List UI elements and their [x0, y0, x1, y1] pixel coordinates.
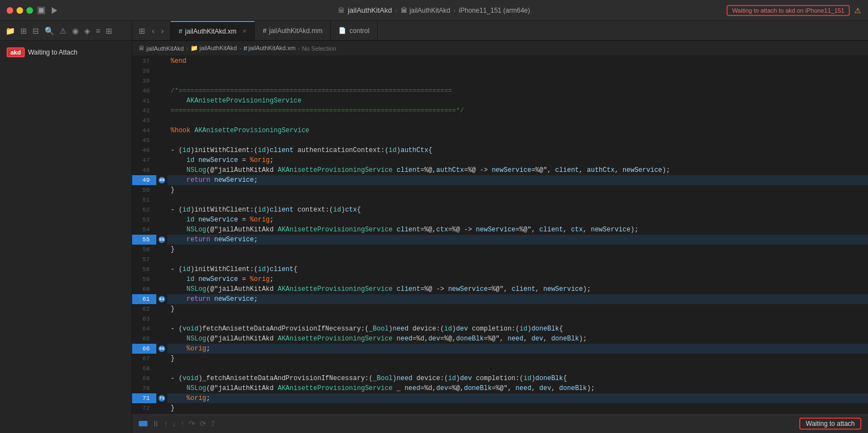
line-content: %orig;	[167, 344, 868, 354]
bc-group[interactable]: 📁 jailAuthKitAkd	[190, 45, 237, 52]
code-line: 58- (id)initWithClient:(id)client{	[132, 264, 868, 274]
breadcrumb-sep: ›	[395, 7, 397, 14]
line-content: - (void)_fetchAnisetteDataAndProvisionIf…	[167, 374, 868, 383]
line-number: 41	[132, 96, 156, 106]
pause-icon[interactable]: ⏸	[152, 419, 160, 428]
simulate-icon[interactable]: ⤴	[211, 419, 215, 428]
step-out-icon[interactable]: ↑	[181, 419, 184, 428]
line-number: 39	[132, 76, 156, 86]
stop-button[interactable]	[37, 7, 45, 14]
line-content: - (void)fetchAnisetteDataAndProvisionIfN…	[167, 324, 868, 334]
bc-sep3: ›	[298, 45, 300, 52]
debug-icon2[interactable]: ⟳	[200, 419, 206, 428]
code-line: 57	[132, 255, 868, 264]
warning-icon: ⚠	[854, 6, 861, 15]
tab-xm[interactable]: 𝙩𝙩 jailAuthKitAkd.xm ✕	[171, 21, 254, 40]
line-content: id newService = %orig;	[167, 155, 868, 165]
line-number: 58	[132, 264, 156, 274]
line-number: 44	[132, 126, 156, 136]
line-content: NSLog(@"jailAuthKitAkd AKAnisetteProvisi…	[167, 334, 868, 344]
line-number: 60	[132, 284, 156, 294]
code-line: 42======================================…	[132, 106, 868, 116]
continue-icon[interactable]: ↷	[189, 419, 195, 428]
line-content: ========================================…	[167, 106, 868, 116]
code-line: 63	[132, 314, 868, 324]
project-title: jailAuthKitAkd	[348, 6, 392, 14]
akd-item[interactable]: akd Waiting to Attach	[0, 45, 132, 59]
tab-bar-nav: ⊞ ‹ ›	[132, 21, 171, 40]
tab-bar: ⊞ ‹ › 𝙩𝙩 jailAuthKitAkd.xm ✕ 𝙩𝙩 jailAuth…	[132, 21, 868, 41]
title-bar-left	[7, 6, 59, 15]
code-line: 70 NSLog(@"jailAuthKitAkd AKAnisetteProv…	[132, 383, 868, 393]
scheme-icon: 🏛	[401, 7, 407, 14]
line-number: 55	[132, 235, 156, 245]
line-content: }	[167, 245, 868, 255]
title-bar-center: 🏛 jailAuthKitAkd › 🏛 jailAuthKitAkd › iP…	[338, 6, 530, 14]
bc-proj-icon: 🏛	[139, 45, 144, 51]
debug-icon[interactable]: ≡	[96, 26, 100, 35]
line-content: }	[167, 403, 868, 413]
line-content: return newService;	[167, 235, 868, 245]
test-icon[interactable]: ◈	[84, 26, 90, 35]
breakpoint-indicator[interactable]: 49	[156, 177, 167, 183]
line-content: NSLog(@"jailAuthKitAkd AKAnisetteProvisi…	[167, 284, 868, 294]
breakpoint-indicator[interactable]: 55	[156, 236, 167, 243]
file-icon-xm: 𝙩𝙩	[178, 28, 182, 35]
env-icon[interactable]: ⊟	[32, 26, 39, 35]
tab-mm[interactable]: 𝙩𝙩 jailAuthKitAkd.mm	[255, 21, 331, 40]
code-line: 60 NSLog(@"jailAuthKitAkd AKAnisetteProv…	[132, 284, 868, 294]
code-line: 62}	[132, 304, 868, 314]
close-button[interactable]	[7, 7, 13, 14]
code-line: 47 id newService = %orig;	[132, 155, 868, 165]
code-line: 45	[132, 136, 868, 145]
scheme-name: 🏛 jailAuthKitAkd	[401, 7, 450, 14]
line-number: 38	[132, 66, 156, 76]
line-content: %hook AKAnisetteProvisioningService	[167, 126, 868, 136]
code-line: 53 id newService = %orig;	[132, 215, 868, 225]
breakpoint-indicator[interactable]: 71	[156, 395, 167, 402]
minimize-button[interactable]	[17, 7, 23, 14]
tab-control[interactable]: 📄 control	[331, 21, 378, 40]
step-into-icon[interactable]: ↓	[172, 419, 176, 428]
breakpoint-indicator[interactable]: 61	[156, 296, 167, 302]
line-content: return newService;	[167, 294, 868, 304]
line-number: 42	[132, 106, 156, 116]
line-number: 72	[132, 403, 156, 413]
git-icon[interactable]: ⊞	[20, 26, 27, 35]
line-number: 49	[132, 175, 156, 185]
report-icon[interactable]: ⊞	[106, 26, 112, 35]
breakpoint-icon[interactable]: ◉	[72, 26, 79, 35]
maximize-button[interactable]	[26, 7, 33, 14]
run-button[interactable]	[50, 6, 59, 15]
line-content: - (id)initWithClient:(id)client context:…	[167, 205, 868, 215]
back-button[interactable]: ‹	[150, 25, 157, 36]
code-editor[interactable]: 37%end383940/*==========================…	[132, 56, 868, 413]
bc-selection: No Selection	[302, 45, 336, 52]
breadcrumb-sep2: ›	[454, 7, 456, 14]
line-content: return newService;	[167, 175, 868, 185]
forward-button[interactable]: ›	[159, 25, 166, 36]
line-content: }	[167, 354, 868, 364]
code-line: 7171 %orig;	[132, 393, 868, 403]
folder-icon[interactable]: 📁	[6, 26, 15, 35]
split-view-button[interactable]: ⊞	[137, 25, 148, 36]
status-bar-left: ⏸ ↑ ↓ ↑ ↷ ⟳ ⤴	[139, 419, 215, 428]
sidebar-toolbar: 📁 ⊞ ⊟ 🔍 ⚠ ◉ ◈ ≡ ⊞	[0, 21, 132, 41]
tab-close-xm[interactable]: ✕	[242, 28, 247, 34]
code-line: 40/*====================================…	[132, 86, 868, 96]
code-line: 4949 return newService;	[132, 175, 868, 185]
search-icon[interactable]: 🔍	[45, 26, 54, 35]
step-over-icon[interactable]: ↑	[164, 419, 168, 428]
bc-file[interactable]: 𝙩𝙩 jailAuthKitAkd.xm	[243, 45, 296, 52]
line-number: 71	[132, 393, 156, 403]
file-icon-mm: 𝙩𝙩	[263, 27, 266, 34]
line-content: - (id)initWithClient:(id)client authenti…	[167, 145, 868, 155]
bc-project[interactable]: jailAuthKitAkd	[146, 45, 184, 52]
line-number: 68	[132, 364, 156, 374]
warning-nav-icon[interactable]: ⚠	[59, 26, 67, 35]
line-number: 40	[132, 86, 156, 96]
waiting-attach-header: Waiting to attach to akd on iPhone11_151	[727, 5, 850, 16]
line-number: 43	[132, 116, 156, 126]
breakpoint-indicator[interactable]: 66	[156, 345, 167, 352]
line-number: 56	[132, 245, 156, 255]
